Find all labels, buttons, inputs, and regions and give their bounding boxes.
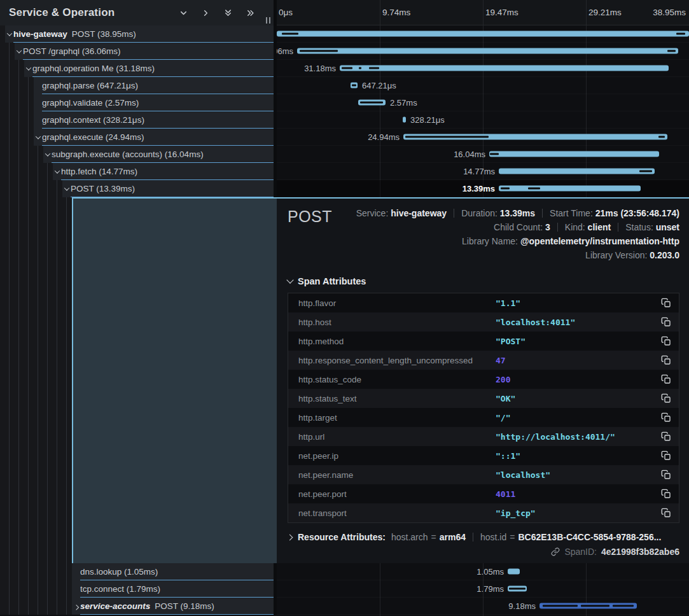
double-chevron-right-icon[interactable] [242, 4, 258, 21]
trace-row[interactable]: graphql.execute (24.94ms) 24.94ms [0, 129, 689, 146]
attribute-row[interactable]: http.flavor "1.1" [288, 293, 679, 312]
expand-chevron-icon[interactable] [43, 146, 52, 163]
trace-row[interactable]: POST /graphql (36.06ms) 36.06ms [0, 43, 689, 60]
critical-path-segment [667, 50, 676, 52]
span-bar[interactable] [508, 569, 520, 575]
expand-chevron-icon[interactable] [62, 180, 71, 197]
trace-row[interactable]: http.fetch (14.77ms) 14.77ms [0, 163, 689, 180]
trace-row[interactable]: tcp.connect (1.79ms) 1.79ms [0, 580, 689, 598]
span-tree-cell[interactable]: hive-gateway POST (38.95ms) [0, 25, 274, 43]
span-bar-cell[interactable]: 1.05ms [277, 563, 689, 580]
expand-chevron-icon[interactable] [72, 598, 80, 615]
span-bar-cell[interactable]: 2.57ms [277, 94, 689, 111]
attribute-row[interactable]: net.peer.port 4011 [288, 484, 679, 503]
copy-icon[interactable] [661, 298, 671, 308]
span-bar-cell[interactable]: 14.77ms [277, 163, 689, 180]
span-bar-cell[interactable]: 9.18ms [277, 598, 689, 615]
span-bar-cell[interactable]: 24.94ms [277, 129, 689, 146]
span-bar[interactable] [499, 169, 655, 174]
trace-viewer: Service & Operation 0μs9.74ms19.47ms29.2… [0, 0, 689, 616]
resource-attributes-row[interactable]: Resource Attributes: host.arch=arm64host… [288, 532, 679, 542]
span-bar[interactable] [297, 48, 678, 54]
span-tree-cell[interactable]: subgraph.execute (accounts) (16.04ms) [0, 146, 274, 163]
span-bar-cell[interactable]: 16.04ms [277, 146, 689, 163]
span-tree-cell[interactable]: tcp.connect (1.79ms) [0, 580, 274, 598]
chevron-right-icon[interactable] [197, 4, 214, 21]
span-tree-cell[interactable]: graphql.validate (2.57ms) [0, 94, 274, 111]
span-bar[interactable] [351, 83, 358, 88]
span-bar[interactable] [499, 186, 641, 192]
span-tree-cell[interactable]: http.fetch (14.77ms) [0, 163, 274, 180]
copy-icon[interactable] [661, 355, 671, 365]
attribute-row[interactable]: net.peer.name "localhost" [288, 465, 679, 484]
span-id-value[interactable]: 4e21998f3b82abe6 [601, 547, 679, 557]
span-bar-cell[interactable]: 13.39ms [277, 180, 689, 197]
span-bar[interactable] [508, 586, 527, 592]
trace-row[interactable]: graphql.operation Me (31.18ms) 31.18ms [0, 60, 689, 77]
span-duration-label: 1.05ms [477, 567, 504, 577]
attribute-row[interactable]: net.transport "ip_tcp" [288, 503, 679, 522]
double-chevron-down-icon[interactable] [219, 4, 236, 21]
span-rows-bottom: dns.lookup (1.05ms) 1.05ms tcp.connect (… [0, 563, 689, 615]
copy-icon[interactable] [661, 451, 671, 461]
copy-icon[interactable] [661, 431, 671, 442]
span-tree-cell[interactable]: dns.lookup (1.05ms) [0, 563, 274, 580]
span-bar[interactable] [403, 117, 406, 123]
attribute-row[interactable]: net.peer.ip "::1" [288, 446, 679, 465]
span-bar-cell[interactable] [277, 25, 689, 43]
attribute-row[interactable]: http.host "localhost:4011" [288, 312, 679, 332]
span-label: graphql.operation Me (31.18ms) [32, 60, 274, 77]
span-bar-cell[interactable]: 647.21μs [277, 77, 689, 94]
span-tree-cell[interactable]: graphql.operation Me (31.18ms) [0, 60, 274, 77]
span-tree-cell[interactable]: POST (13.39ms) [0, 180, 274, 197]
attribute-row[interactable]: http.status_text "OK" [288, 389, 679, 408]
attribute-row[interactable]: http.status_code 200 [288, 370, 679, 389]
copy-icon[interactable] [661, 412, 671, 423]
span-bar[interactable] [358, 100, 386, 106]
copy-icon[interactable] [661, 489, 671, 499]
copy-icon[interactable] [661, 336, 671, 346]
span-bar[interactable] [403, 134, 667, 140]
divider [542, 209, 543, 218]
span-tree-cell[interactable]: service-accounts POST (9.18ms) [0, 598, 274, 615]
panel-resize-grip[interactable] [265, 16, 272, 25]
span-bar[interactable] [489, 151, 659, 157]
span-tree-cell[interactable]: graphql.context (328.21μs) [0, 111, 274, 129]
attribute-row[interactable]: http.target "/" [288, 408, 679, 427]
span-tree-cell[interactable]: graphql.execute (24.94ms) [0, 129, 274, 146]
expand-chevron-icon[interactable] [24, 60, 32, 77]
trace-row[interactable]: dns.lookup (1.05ms) 1.05ms [0, 563, 689, 580]
link-icon[interactable] [551, 547, 560, 556]
trace-row[interactable]: graphql.context (328.21μs) 328.21μs [0, 111, 689, 129]
copy-icon[interactable] [661, 508, 671, 518]
trace-row[interactable]: subgraph.execute (accounts) (16.04ms) 16… [0, 146, 689, 163]
trace-row[interactable]: service-accounts POST (9.18ms) 9.18ms [0, 598, 689, 615]
expand-chevron-icon[interactable] [15, 43, 23, 60]
copy-icon[interactable] [661, 317, 671, 327]
expand-chevron-icon[interactable] [5, 25, 13, 43]
trace-row[interactable]: hive-gateway POST (38.95ms) [0, 25, 689, 43]
span-bar[interactable] [277, 31, 689, 37]
trace-row[interactable]: POST (13.39ms) 13.39ms [0, 180, 689, 197]
expand-chevron-icon[interactable] [34, 129, 42, 146]
span-bar-cell[interactable]: 328.21μs [277, 111, 689, 129]
trace-row[interactable]: graphql.parse (647.21μs) 647.21μs [0, 77, 689, 94]
span-tree-cell[interactable]: POST /graphql (36.06ms) [0, 43, 274, 60]
chevron-down-icon[interactable] [175, 4, 191, 21]
span-bar[interactable] [539, 603, 637, 609]
copy-icon[interactable] [661, 374, 671, 384]
span-bar-cell[interactable]: 36.06ms [277, 43, 689, 60]
span-bar[interactable] [340, 66, 669, 71]
span-tree-cell[interactable]: graphql.parse (647.21μs) [0, 77, 274, 94]
copy-icon[interactable] [661, 470, 671, 480]
attribute-row[interactable]: http.response_content_length_uncompresse… [288, 351, 679, 370]
attribute-row[interactable]: http.method "POST" [288, 332, 679, 351]
critical-path-segment [352, 85, 356, 87]
attribute-row[interactable]: http.url "http://localhost:4011/" [288, 427, 679, 446]
trace-row[interactable]: graphql.validate (2.57ms) 2.57ms [0, 94, 689, 111]
span-bar-cell[interactable]: 31.18ms [277, 60, 689, 77]
span-bar-cell[interactable]: 1.79ms [277, 580, 689, 598]
expand-chevron-icon[interactable] [53, 163, 61, 180]
span-attributes-header[interactable]: Span Attributes [288, 276, 679, 286]
copy-icon[interactable] [661, 393, 671, 403]
